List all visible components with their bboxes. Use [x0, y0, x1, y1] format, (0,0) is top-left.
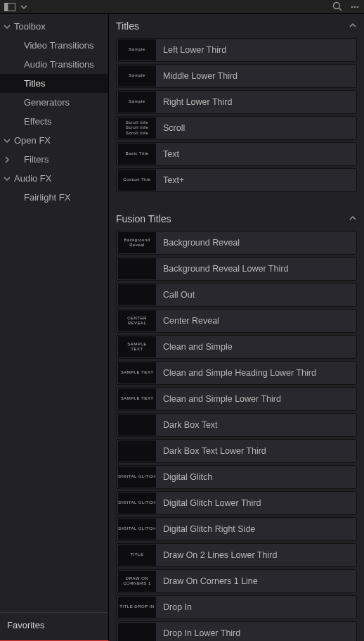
- title-thumbnail: DIGITAL GLITCH: [118, 519, 156, 540]
- more-icon[interactable]: [350, 2, 360, 12]
- chevron-right-icon: [0, 156, 14, 164]
- title-item[interactable]: Scroll title Scroll title Scroll titleSc…: [116, 116, 357, 140]
- title-item-label: Digital Glitch Lower Third: [163, 498, 261, 508]
- title-thumbnail: Sample: [118, 39, 156, 61]
- title-item[interactable]: Background RevealBackground Reveal: [116, 231, 357, 255]
- sidebar-tree: ToolboxVideo TransitionsAudio Transition…: [0, 14, 108, 612]
- sidebar-item-toolbox[interactable]: Toolbox: [0, 17, 108, 36]
- title-thumbnail: CENTER REVEAL: [118, 310, 156, 331]
- svg-line-3: [339, 8, 342, 11]
- title-item-label: Background Reveal: [163, 238, 240, 248]
- title-item[interactable]: SAMPLE TEXTClean and Simple Heading Lowe…: [116, 361, 357, 385]
- title-item-label: Text+: [163, 175, 184, 185]
- title-item[interactable]: Drop In Lower Third: [116, 621, 357, 641]
- chevron-up-icon: [349, 213, 357, 224]
- sidebar-item-label: Filters: [24, 154, 48, 165]
- title-thumbnail: [118, 258, 156, 279]
- title-thumbnail: SAMPLE TEXT: [118, 362, 156, 383]
- chevron-down-icon[interactable]: [20, 3, 28, 11]
- svg-point-2: [334, 3, 340, 9]
- title-item-label: Drop In: [163, 602, 192, 612]
- sidebar-item-label: Toolbox: [14, 21, 46, 32]
- content-panel: TitlesSampleLeft Lower ThirdSampleMiddle…: [109, 14, 364, 641]
- topbar: [0, 0, 364, 14]
- sidebar-item-label: Video Transitions: [24, 40, 94, 51]
- sidebar-item-audio-fx[interactable]: Audio FX: [0, 169, 108, 188]
- svg-point-4: [351, 6, 353, 7]
- sidebar-item-label: Audio FX: [14, 173, 51, 184]
- title-item-label: Dark Box Text: [163, 420, 218, 430]
- title-item[interactable]: SAMPLE TEXTClean and Simple: [116, 335, 357, 359]
- title-item-label: Clean and Simple Heading Lower Third: [163, 368, 316, 378]
- favorites-label: Favorites: [7, 620, 44, 630]
- title-thumbnail: TITLE DROP IN: [118, 597, 156, 618]
- title-thumbnail: Background Reveal: [118, 232, 156, 253]
- sidebar-item-label: Titles: [24, 78, 46, 89]
- title-item[interactable]: Background Reveal Lower Third: [116, 257, 357, 281]
- section-header-titles[interactable]: Titles: [116, 14, 357, 38]
- section-header-fusion-titles[interactable]: Fusion Titles: [116, 207, 357, 231]
- title-item[interactable]: CENTER REVEALCenter Reveal: [116, 309, 357, 333]
- section-title: Titles: [116, 20, 139, 32]
- title-item-label: Middle Lower Third: [163, 71, 238, 81]
- sidebar-item-effects[interactable]: Effects: [0, 112, 108, 131]
- title-thumbnail: Scroll title Scroll title Scroll title: [118, 118, 156, 139]
- sidebar-item-audio-transitions[interactable]: Audio Transitions: [0, 55, 108, 74]
- title-item[interactable]: DIGITAL GLITCHDigital Glitch Lower Third: [116, 491, 357, 515]
- title-thumbnail: SAMPLE TEXT: [118, 336, 156, 357]
- title-item[interactable]: TITLEDraw On 2 Lines Lower Third: [116, 543, 357, 567]
- sidebar: ToolboxVideo TransitionsAudio Transition…: [0, 14, 109, 641]
- title-item[interactable]: DRAW ON CORNERS 1Draw On Corners 1 Line: [116, 569, 357, 593]
- title-item[interactable]: TITLE DROP INDrop In: [116, 595, 357, 619]
- title-item-label: Draw On 2 Lines Lower Third: [163, 550, 277, 560]
- title-item[interactable]: SampleRight Lower Third: [116, 90, 357, 114]
- sidebar-item-fairlight-fx[interactable]: Fairlight FX: [0, 188, 108, 207]
- sidebar-item-filters[interactable]: Filters: [0, 150, 108, 169]
- title-item[interactable]: SampleLeft Lower Third: [116, 38, 357, 62]
- favorites-section[interactable]: Favorites: [0, 612, 108, 640]
- sidebar-item-generators[interactable]: Generators: [0, 93, 108, 112]
- chevron-down-icon: [0, 23, 14, 31]
- title-item-label: Left Lower Third: [163, 45, 226, 55]
- title-item[interactable]: Dark Box Text Lower Third: [116, 439, 357, 463]
- title-item-label: Digital Glitch: [163, 472, 212, 482]
- title-item-label: Scroll: [163, 123, 185, 133]
- title-item-label: Drop In Lower Third: [163, 628, 240, 638]
- title-item-label: Digital Glitch Right Side: [163, 524, 255, 534]
- sidebar-item-open-fx[interactable]: Open FX: [0, 131, 108, 150]
- title-thumbnail: [118, 414, 156, 436]
- title-item-label: Clean and Simple: [163, 342, 233, 352]
- title-thumbnail: DIGITAL GLITCH: [118, 493, 156, 514]
- sidebar-item-titles[interactable]: Titles: [0, 74, 108, 93]
- title-item-label: Text: [163, 149, 179, 159]
- title-item-label: Center Reveal: [163, 316, 219, 326]
- chevron-up-icon: [349, 20, 357, 32]
- sidebar-item-video-transitions[interactable]: Video Transitions: [0, 36, 108, 55]
- title-thumbnail: TITLE: [118, 545, 156, 566]
- title-item-label: Clean and Simple Lower Third: [163, 394, 281, 404]
- sidebar-item-label: Audio Transitions: [24, 59, 94, 70]
- title-item[interactable]: SampleMiddle Lower Third: [116, 64, 357, 88]
- title-thumbnail: SAMPLE TEXT: [118, 388, 156, 410]
- sidebar-item-label: Open FX: [14, 135, 51, 146]
- title-item[interactable]: SAMPLE TEXTClean and Simple Lower Third: [116, 387, 357, 411]
- svg-rect-1: [5, 3, 8, 11]
- panel-layout-icon[interactable]: [4, 3, 15, 11]
- title-thumbnail: DIGITAL GLITCH: [118, 467, 156, 488]
- title-item[interactable]: DIGITAL GLITCHDigital Glitch Right Side: [116, 517, 357, 541]
- title-item[interactable]: Basic TitleText: [116, 142, 357, 166]
- title-thumbnail: DRAW ON CORNERS 1: [118, 571, 156, 592]
- chevron-down-icon: [0, 174, 14, 183]
- svg-point-5: [354, 6, 356, 7]
- title-item[interactable]: Call Out: [116, 283, 357, 307]
- title-item-label: Dark Box Text Lower Third: [163, 446, 266, 456]
- chevron-down-icon: [0, 137, 14, 145]
- title-thumbnail: [118, 440, 156, 462]
- svg-point-6: [357, 6, 358, 7]
- title-item[interactable]: DIGITAL GLITCHDigital Glitch: [116, 465, 357, 489]
- title-thumbnail: Basic Title: [118, 144, 156, 165]
- title-item[interactable]: Custom TitleText+: [116, 168, 357, 192]
- sidebar-item-label: Fairlight FX: [24, 192, 70, 203]
- title-item[interactable]: Dark Box Text: [116, 413, 357, 437]
- search-icon[interactable]: [332, 1, 343, 12]
